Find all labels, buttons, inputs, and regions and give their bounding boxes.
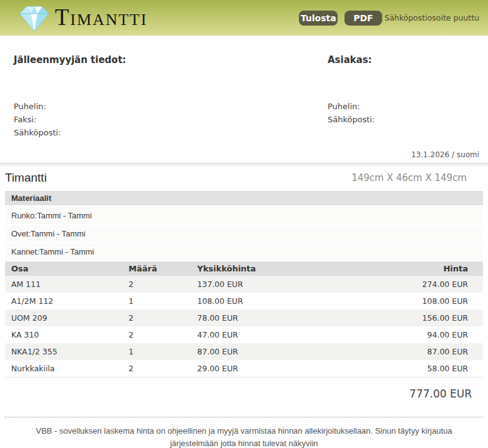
col-header-yksikkohinta: Yksikköhinta	[191, 261, 378, 276]
unit-price-cell: 78.00 EUR	[191, 309, 378, 326]
diamond-logo-icon	[16, 4, 52, 33]
col-header-hinta: Hinta	[378, 261, 483, 276]
price-cell: 274.00 EUR	[378, 276, 483, 293]
price-cell: 87.00 EUR	[378, 343, 483, 360]
part-cell: Nurkkakiila	[5, 360, 122, 377]
unit-price-cell: 47.00 EUR	[191, 326, 378, 343]
brand-title: Timantti	[55, 6, 147, 29]
part-cell: KA 310	[5, 326, 122, 343]
product-name: Timantti	[5, 171, 47, 185]
price-cell: 58.00 EUR	[378, 360, 483, 377]
parts-table: Osa Määrä Yksikköhinta Hinta AM 111 2 13…	[5, 261, 483, 377]
unit-price-cell: 87.00 EUR	[191, 343, 378, 360]
price-cell: 108.00 EUR	[378, 293, 483, 309]
part-cell: NKA1/2 355	[5, 343, 122, 360]
date-locale: 13.1.2026 / suomi	[0, 139, 488, 163]
qty-cell: 1	[122, 293, 191, 309]
part-cell: AM 111	[5, 276, 122, 293]
col-header-maara: Määrä	[122, 261, 191, 276]
materials-header: Materiaalit	[5, 191, 483, 205]
print-button[interactable]: Tulosta	[299, 11, 338, 26]
table-row: KA 310 2 47.00 EUR 94.00 EUR	[5, 326, 483, 343]
dealer-title: Jälleenmyyjän tiedot:	[14, 54, 328, 66]
customer-phone-label: Puhelin:	[328, 100, 479, 113]
footer-divider	[5, 417, 483, 417]
customer-title: Asiakas:	[328, 54, 479, 66]
logo: Timantti	[16, 3, 147, 33]
unit-price-cell: 108.00 EUR	[191, 293, 378, 309]
price-cell: 94.00 EUR	[378, 326, 483, 343]
table-row: NKA1/2 355 1 87.00 EUR 87.00 EUR	[5, 343, 483, 360]
customer-info: Asiakas: Puhelin: Sähköposti:	[328, 54, 479, 139]
qty-cell: 2	[122, 326, 191, 343]
col-header-osa: Osa	[5, 261, 122, 276]
material-row-runko: Runko:Tammi - Tammi	[5, 207, 483, 225]
dealer-phone-label: Puhelin:	[14, 100, 328, 113]
footer-note: VBB - sovelluksen laskema hinta on ohjee…	[32, 425, 456, 448]
info-section: Jälleenmyyjän tiedot: Puhelin: Faksi: Sä…	[0, 36, 488, 139]
header-actions: Tulosta PDF Sähköpostiosoite puuttu	[299, 11, 479, 26]
parts-table-header-row: Osa Määrä Yksikköhinta Hinta	[5, 261, 483, 276]
total-price: 777.00 EUR	[0, 377, 488, 400]
price-cell: 156.00 EUR	[378, 309, 483, 326]
dealer-fax-label: Faksi:	[14, 113, 328, 126]
unit-price-cell: 29.00 EUR	[191, 360, 378, 377]
qty-cell: 2	[122, 309, 191, 326]
qty-cell: 2	[122, 360, 191, 377]
product-row: Timantti 149cm X 46cm X 149cm	[0, 165, 488, 190]
dealer-email-label: Sähköposti:	[14, 126, 328, 139]
product-dimensions: 149cm X 46cm X 149cm	[351, 172, 467, 183]
qty-cell: 1	[122, 343, 191, 360]
table-row: AM 111 2 137.00 EUR 274.00 EUR	[5, 276, 483, 293]
materials-panel: Materiaalit Runko:Tammi - Tammi Ovet:Tam…	[5, 191, 483, 261]
dealer-labels: Puhelin: Faksi: Sähköposti:	[14, 100, 328, 139]
unit-price-cell: 137.00 EUR	[191, 276, 378, 293]
material-row-ovet: Ovet:Tammi - Tammi	[5, 225, 483, 243]
material-row-kannet: Kannet:Tammi - Tammi	[5, 243, 483, 261]
table-row: UOM 209 2 78.00 EUR 156.00 EUR	[5, 309, 483, 326]
pdf-button[interactable]: PDF	[344, 11, 382, 26]
dealer-info: Jälleenmyyjän tiedot: Puhelin: Faksi: Sä…	[14, 54, 328, 139]
qty-cell: 2	[122, 276, 191, 293]
table-row: Nurkkakiila 2 29.00 EUR 58.00 EUR	[5, 360, 483, 377]
part-cell: UOM 209	[5, 309, 122, 326]
table-row: A1/2M 112 1 108.00 EUR 108.00 EUR	[5, 293, 483, 309]
email-missing-warning: Sähköpostiosoite puuttu	[382, 13, 479, 22]
customer-labels: Puhelin: Sähköposti:	[328, 100, 479, 126]
header: Timantti Tulosta PDF Sähköpostiosoite pu…	[0, 0, 488, 36]
part-cell: A1/2M 112	[5, 293, 122, 309]
customer-email-label: Sähköposti:	[328, 113, 479, 126]
